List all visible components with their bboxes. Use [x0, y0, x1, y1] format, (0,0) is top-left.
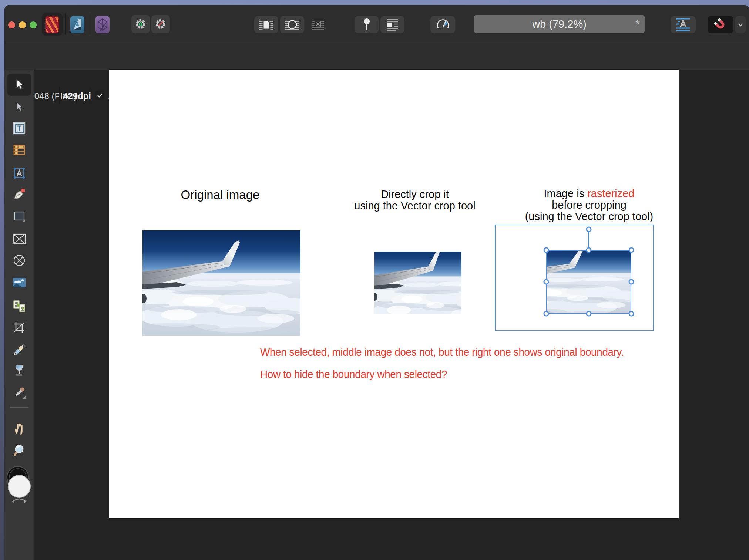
picture-frame-ellipse-tool[interactable]	[4, 254, 34, 267]
document-title-field[interactable]: wb (79.2%) *	[474, 15, 645, 33]
text-styles-button[interactable]	[671, 16, 696, 33]
text-styles-icon	[675, 17, 691, 32]
inline-text-icon	[386, 18, 400, 31]
fill-stroke-swatches[interactable]	[7, 466, 32, 507]
data-merge-tool-icon	[13, 300, 26, 313]
selection-handle-ne[interactable]	[629, 247, 634, 253]
note-line2: How to hide the boundary when selected?	[260, 368, 447, 381]
caption-right-line3: (using the Vector crop tool)	[511, 211, 667, 222]
app-window: wb (79.2%) * R0000048 (P	[4, 5, 749, 560]
caption-right-red-word: rasterized	[587, 188, 634, 199]
settings-gear-green-button[interactable]	[131, 15, 150, 33]
performance-gauge-button[interactable]	[430, 16, 455, 33]
art-text-tool[interactable]	[4, 167, 34, 179]
table-tool[interactable]	[4, 144, 34, 156]
transparency-tool[interactable]	[4, 364, 34, 377]
auto-select-checkbox[interactable]	[95, 91, 104, 100]
settings-gear-red-button[interactable]	[151, 15, 170, 33]
titlebar-separator	[65, 13, 66, 35]
frame-text-tool-icon	[13, 122, 26, 135]
context-toolbar: R0000048 (Pixel) 429dpi Auto-select: Def…	[4, 44, 749, 70]
art-text-tool-icon	[13, 167, 26, 179]
selection-handle-w[interactable]	[544, 279, 549, 285]
frame-text-tool[interactable]	[4, 122, 34, 135]
caption-right-line2: before cropping	[511, 199, 667, 211]
snapping-magnet-button[interactable]	[708, 16, 733, 33]
pen-tool[interactable]	[4, 188, 34, 201]
titlebar: wb (79.2%) *	[4, 5, 749, 44]
node-tool[interactable]	[4, 101, 34, 112]
hand-tool[interactable]	[4, 422, 34, 435]
gear-red-icon	[154, 17, 168, 31]
caption-middle-line1: Directly crop it	[337, 189, 493, 200]
toolbar-separator	[59, 87, 60, 104]
caption-middle-line2: using the Vector crop tool	[337, 200, 493, 212]
publisher-app-icon	[45, 16, 59, 33]
picture-frame-rect-tool-icon	[13, 233, 26, 244]
checkmark-icon	[97, 92, 103, 98]
pin-icon	[362, 18, 371, 31]
performance-gauge-icon	[436, 18, 450, 31]
wrap-none-button[interactable]	[311, 17, 325, 31]
close-icon[interactable]	[8, 21, 15, 28]
tools-divider	[10, 407, 28, 408]
tools-panel	[4, 70, 34, 560]
gear-green-icon	[134, 17, 148, 31]
color-picker-tool-icon	[13, 386, 26, 399]
fill-tool[interactable]	[4, 343, 34, 357]
hand-tool-icon	[13, 422, 26, 435]
caption-middle: Directly crop it using the Vector crop t…	[337, 189, 493, 212]
table-tool-icon	[13, 144, 26, 156]
picture-frame-rect-tool[interactable]	[4, 233, 34, 244]
minimize-icon[interactable]	[19, 21, 26, 28]
picture-frame-ellipse-tool-icon	[13, 254, 26, 267]
document-title: wb (79.2%)	[532, 18, 587, 30]
inline-text-button[interactable]	[380, 16, 404, 33]
modified-indicator: *	[635, 18, 640, 30]
zoom-window-icon[interactable]	[30, 21, 37, 28]
selection-handle-nw[interactable]	[544, 247, 549, 253]
wrap-circle-icon	[285, 19, 300, 31]
color-picker-tool[interactable]	[4, 386, 34, 399]
move-tool[interactable]	[4, 78, 34, 91]
cropped-image[interactable]	[374, 252, 461, 314]
zoom-tool[interactable]	[4, 444, 34, 457]
place-image-tool[interactable]	[4, 277, 34, 288]
titlebar-separator	[90, 13, 90, 35]
transparency-tool-icon	[13, 364, 26, 377]
selection-handle-sw[interactable]	[544, 311, 549, 317]
data-merge-tool[interactable]	[4, 300, 34, 313]
wrap-circle-button[interactable]	[280, 16, 304, 33]
selection-handle-s[interactable]	[586, 311, 592, 317]
wrap-document-button[interactable]	[254, 16, 278, 33]
pin-button[interactable]	[355, 16, 379, 33]
wrap-document-icon	[259, 19, 274, 31]
canvas-page[interactable]: Original image Directly crop it using th…	[109, 70, 679, 518]
selection-handle-n[interactable]	[586, 247, 592, 253]
desktop: { "window": { "title": "wb (79.2%)", "mo…	[0, 0, 749, 560]
snapping-magnet-icon	[713, 18, 728, 32]
fill-tool-icon	[13, 343, 26, 357]
note-line1: When selected, middle image does not, bu…	[260, 346, 624, 358]
node-tool-icon	[14, 101, 25, 112]
designer-app-icon[interactable]	[70, 16, 84, 33]
snapping-options-dropdown[interactable]	[735, 16, 746, 33]
fill-stroke-swatch-icon	[7, 466, 32, 507]
original-image[interactable]	[142, 230, 300, 336]
move-tool-icon	[13, 78, 26, 91]
publisher-app-active-bg[interactable]	[42, 13, 63, 36]
selection-handle-se[interactable]	[629, 311, 634, 317]
rotation-handle[interactable]	[586, 227, 592, 232]
caption-right-line1: Image is rasterized	[511, 188, 667, 199]
rectangle-tool[interactable]	[4, 210, 34, 222]
caption-original: Original image	[142, 189, 298, 200]
rectangle-tool-icon	[13, 210, 26, 222]
caption-right: Image is rasterized before cropping (usi…	[511, 188, 667, 222]
chevron-down-icon	[737, 22, 744, 27]
rasterized-cropped-image[interactable]	[546, 250, 631, 314]
vector-crop-tool-icon	[13, 321, 26, 334]
selection-handle-e[interactable]	[629, 279, 634, 285]
vector-crop-tool[interactable]	[4, 321, 34, 334]
photo-app-icon[interactable]	[95, 16, 110, 33]
zoom-tool-icon	[13, 444, 25, 457]
